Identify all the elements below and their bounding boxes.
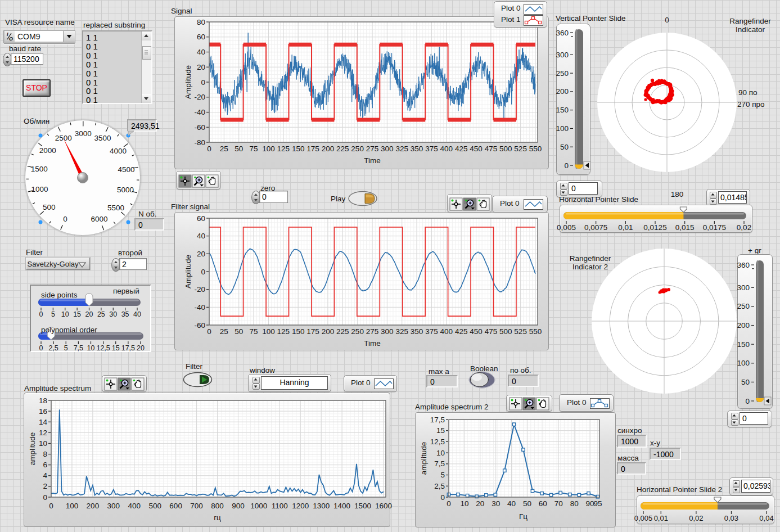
list-item[interactable]: 0 1 <box>86 78 98 87</box>
gr-slider[interactable]: 050100150200250300360 <box>737 254 772 408</box>
hps2-spinner[interactable] <box>733 480 740 492</box>
hps2-up-icon <box>733 480 740 487</box>
svg-text:75: 75 <box>250 145 258 153</box>
svg-text:0,03: 0,03 <box>724 514 738 522</box>
window-value[interactable]: Hanning <box>261 376 328 390</box>
gauge[interactable]: 0500100015002000250030003500400045005000… <box>22 116 144 240</box>
vertical-pointer-slide[interactable]: 050100150200250300360 <box>556 24 589 174</box>
scroll-down-icon[interactable] <box>142 94 151 103</box>
window-control[interactable]: Hanning <box>248 374 331 392</box>
filter-legend-plot0-icon[interactable] <box>524 199 543 210</box>
legend-plot0-icon[interactable] <box>524 4 543 15</box>
visa-dropdown-arrow-icon[interactable] <box>63 31 75 42</box>
rangefinder-indicator-2[interactable] <box>591 248 737 394</box>
signal-legend[interactable]: Plot 0 Plot 1 <box>494 1 547 28</box>
pan-hand-button[interactable] <box>132 378 144 390</box>
svg-text:375: 375 <box>425 145 438 153</box>
svg-text:500: 500 <box>43 203 56 211</box>
pan-hand-button[interactable] <box>477 198 489 210</box>
zero-value[interactable]: 0 <box>259 191 288 203</box>
signal-graph-palette[interactable] <box>176 171 221 190</box>
spectrum1-legend-icon[interactable] <box>374 378 394 389</box>
boolean-toggle[interactable] <box>468 371 497 389</box>
hps-spinbox[interactable]: 0,014857 <box>706 189 750 206</box>
replaced-substring-listbox[interactable]: 1 10 10 10 10 10 10 10 1 <box>82 30 152 104</box>
svg-text:7,5: 7,5 <box>74 344 83 352</box>
labview-front-panel: VISA resource name IO COM9 baud rate 115… <box>0 0 780 532</box>
zoom-button[interactable] <box>463 198 476 210</box>
stop-button[interactable]: STOP <box>22 79 51 97</box>
scrollbar-thumb[interactable] <box>142 46 151 60</box>
svg-text:20: 20 <box>197 63 205 71</box>
svg-text:0: 0 <box>207 145 211 153</box>
spectrum1-legend[interactable]: Plot 0 <box>344 375 397 392</box>
spectrum2-legend[interactable]: Plot 0 <box>559 394 614 412</box>
filter-ring-select[interactable]: Savetzky-Golay <box>26 258 90 270</box>
list-item[interactable]: 0 1 <box>86 69 98 78</box>
svg-text:30: 30 <box>492 499 500 508</box>
slider-thumb[interactable] <box>714 497 721 503</box>
vps-value[interactable]: 0 <box>569 182 598 195</box>
hps-value[interactable]: 0,014857 <box>718 191 747 204</box>
horizontal-pointer-slide[interactable]: 0,0050,00750,010,01250,0150,01750,02 <box>560 205 751 232</box>
signal-plot[interactable]: -80-60-40-200204060800255075100125150175… <box>174 16 548 168</box>
zoom-button[interactable] <box>192 175 205 187</box>
crosshair-button[interactable] <box>105 378 117 390</box>
zoom-button[interactable] <box>118 378 130 390</box>
gr-value[interactable]: 0 <box>740 412 768 425</box>
window-down-icon <box>253 384 260 390</box>
crosshair-button[interactable] <box>450 198 462 210</box>
hps-spinner[interactable] <box>710 192 717 204</box>
list-item[interactable]: 1 1 <box>86 33 98 42</box>
svg-text:3500: 3500 <box>94 134 111 142</box>
spectrum1-plot[interactable]: 0246810121416180100200300400500600700800… <box>24 393 389 526</box>
list-item[interactable]: 0 1 <box>86 96 98 105</box>
scroll-up-icon[interactable] <box>142 31 151 40</box>
zoom-button[interactable] <box>523 398 535 410</box>
gr-spinbox[interactable]: 0 <box>727 411 772 427</box>
gr-spinner[interactable] <box>731 413 738 425</box>
list-item[interactable]: 0 1 <box>86 87 98 96</box>
svg-text:20: 20 <box>85 310 93 318</box>
pan-hand-button[interactable] <box>536 398 549 410</box>
hps2-spinbox[interactable]: 0,025930 <box>729 477 773 495</box>
svg-text:1500: 1500 <box>31 165 48 173</box>
vtoroj-value[interactable]: 2 <box>119 258 147 270</box>
spectrum1-palette[interactable] <box>102 375 147 392</box>
visa-value[interactable]: COM9 <box>15 31 63 42</box>
list-item[interactable]: 0 1 <box>86 60 98 69</box>
filter-graph-palette[interactable] <box>447 194 492 213</box>
horizontal-pointer-slide-2[interactable]: 0,0050,010,020,030,04 <box>637 495 773 523</box>
svg-text:150: 150 <box>292 327 305 336</box>
visa-combo[interactable]: IO COM9 <box>3 30 75 44</box>
filter-legend[interactable]: Plot 0 <box>492 196 548 213</box>
listbox-items[interactable]: 1 10 10 10 10 10 10 10 1 <box>86 33 98 105</box>
crosshair-button[interactable] <box>179 175 191 187</box>
vps-spinner[interactable] <box>560 183 567 195</box>
visa-label: VISA resource name <box>5 19 75 26</box>
window-spinner[interactable] <box>253 377 260 389</box>
spectrum2-plot[interactable]: 02,557,51012,51517,501020304050607080909… <box>415 412 615 526</box>
spectrum2-legend-icon[interactable] <box>590 398 610 409</box>
baud-value[interactable]: 115200 <box>11 53 43 65</box>
svg-text:400: 400 <box>440 327 453 336</box>
slider-thumb[interactable] <box>680 207 687 213</box>
crosshair-button[interactable] <box>510 398 522 410</box>
side-points-slider[interactable]: 051015202530354002,557,51012,51517,520 <box>31 286 150 351</box>
play-toggle[interactable] <box>348 191 379 207</box>
svg-text:325: 325 <box>395 327 408 336</box>
filter-signal-plot[interactable]: -60-40-200204060025507510012515017520022… <box>174 212 548 349</box>
filter-led-toggle[interactable] <box>183 372 214 388</box>
spectrum2-palette[interactable] <box>506 395 552 412</box>
hps2-value[interactable]: 0,025930 <box>741 480 770 493</box>
svg-text:40: 40 <box>197 232 205 240</box>
svg-text:70: 70 <box>554 499 563 508</box>
listbox-scrollbar[interactable] <box>141 31 151 103</box>
legend-plot1-icon[interactable] <box>524 15 543 26</box>
rangefinder-indicator[interactable] <box>594 29 740 175</box>
list-item[interactable]: 0 1 <box>86 42 98 51</box>
svg-text:Time: Time <box>364 339 381 348</box>
pan-hand-button[interactable] <box>206 175 218 187</box>
svg-text:12,5: 12,5 <box>430 438 445 446</box>
list-item[interactable]: 0 1 <box>86 51 98 60</box>
